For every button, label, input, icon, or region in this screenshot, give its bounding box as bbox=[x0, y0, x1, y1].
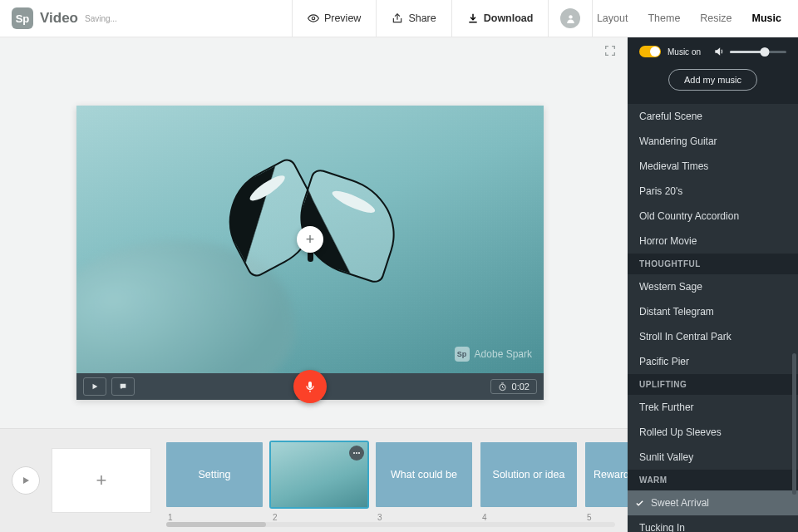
slide-number: 1 bbox=[168, 513, 173, 522]
duration-value: 0:02 bbox=[512, 382, 530, 392]
track-item-selected[interactable]: Sweet Arrival bbox=[628, 490, 798, 515]
slide-4[interactable]: Solution or idea 4 bbox=[480, 442, 577, 507]
tab-music[interactable]: Music bbox=[752, 12, 781, 24]
music-panel: Music on Add my music Careful Scene Wand… bbox=[628, 37, 798, 532]
slide-number: 5 bbox=[587, 513, 592, 522]
track-item[interactable]: Rolled Up Sleeves bbox=[628, 420, 798, 445]
watermark-logo: Sp bbox=[455, 347, 470, 362]
svg-point-0 bbox=[312, 17, 315, 20]
app-root: Sp Video Saving... Preview Share bbox=[0, 0, 798, 532]
timeline-play-button[interactable] bbox=[12, 466, 40, 495]
tab-theme[interactable]: Theme bbox=[648, 12, 680, 24]
svg-rect-2 bbox=[308, 382, 312, 388]
duration-button[interactable]: 0:02 bbox=[490, 379, 537, 394]
header-tabs: Layout Theme Resize Music bbox=[597, 12, 798, 24]
slide-1[interactable]: Setting 1 bbox=[166, 442, 263, 507]
download-label: Download bbox=[484, 12, 534, 24]
caption-button[interactable] bbox=[111, 377, 135, 396]
track-item[interactable]: Horror Movie bbox=[628, 229, 798, 254]
slide-number: 4 bbox=[482, 513, 487, 522]
track-item[interactable]: Distant Telegram bbox=[628, 299, 798, 324]
volume-icon bbox=[713, 46, 725, 57]
track-item[interactable]: Tucking In bbox=[628, 515, 798, 532]
video-canvas[interactable]: + Sp Adobe Spark bbox=[76, 106, 544, 373]
music-track-list: Careful Scene Wandering Guitar Medieval … bbox=[628, 104, 798, 532]
track-item[interactable]: Wandering Guitar bbox=[628, 129, 798, 154]
slide-3[interactable]: What could be 3 bbox=[376, 442, 472, 507]
music-toggle[interactable] bbox=[639, 46, 661, 57]
record-mic-button[interactable] bbox=[293, 370, 327, 403]
track-item[interactable]: Medieval Times bbox=[628, 154, 798, 179]
add-slide-button[interactable]: + bbox=[52, 448, 151, 513]
track-item[interactable]: Old Country Accordion bbox=[628, 204, 798, 229]
eye-icon bbox=[308, 12, 319, 24]
slide-label: Solution or idea bbox=[493, 469, 565, 480]
share-button[interactable]: Share bbox=[376, 0, 451, 37]
saving-status: Saving... bbox=[85, 14, 117, 23]
track-category-thoughtful: THOUGHTFUL bbox=[628, 254, 798, 274]
slide-number: 2 bbox=[273, 513, 278, 522]
tab-layout[interactable]: Layout bbox=[597, 12, 628, 24]
track-item[interactable]: Trek Further bbox=[628, 395, 798, 420]
butterfly-illustration bbox=[226, 164, 409, 288]
slide-2[interactable]: 2 bbox=[271, 442, 367, 507]
track-item[interactable]: Careful Scene bbox=[628, 104, 798, 129]
app-logo: Sp bbox=[12, 7, 33, 29]
avatar-icon bbox=[560, 8, 580, 28]
track-item[interactable]: Western Sage bbox=[628, 274, 798, 299]
volume-control bbox=[713, 46, 786, 57]
download-button[interactable]: Download bbox=[451, 0, 549, 37]
track-item[interactable]: Paris 20's bbox=[628, 179, 798, 204]
add-my-music-button[interactable]: Add my music bbox=[668, 69, 757, 91]
music-toggle-label: Music on bbox=[667, 47, 701, 57]
slide-label: Reward bbox=[594, 469, 629, 480]
slide-label: What could be bbox=[391, 469, 457, 480]
check-icon bbox=[634, 498, 644, 508]
tab-resize[interactable]: Resize bbox=[700, 12, 732, 24]
music-scrollbar[interactable] bbox=[792, 353, 796, 495]
volume-slider[interactable] bbox=[730, 51, 786, 53]
share-label: Share bbox=[408, 12, 436, 24]
music-toggle-row: Music on bbox=[639, 46, 786, 57]
watermark-text: Adobe Spark bbox=[475, 348, 532, 360]
logo-block: Sp Video Saving... bbox=[0, 7, 126, 29]
svg-point-1 bbox=[569, 15, 572, 18]
expand-icon[interactable] bbox=[603, 44, 617, 57]
watermark: Sp Adobe Spark bbox=[455, 347, 532, 362]
header-actions: Preview Share Download bbox=[292, 0, 594, 37]
slide-label: Setting bbox=[199, 469, 231, 480]
slide-more-icon[interactable] bbox=[349, 446, 364, 461]
slide-number: 3 bbox=[377, 513, 382, 522]
track-item[interactable]: Sunlit Valley bbox=[628, 445, 798, 470]
track-category-uplifting: UPLIFTING bbox=[628, 374, 798, 395]
header-bar: Sp Video Saving... Preview Share bbox=[0, 0, 798, 37]
timeline-scrollbar[interactable] bbox=[166, 522, 615, 527]
preview-label: Preview bbox=[324, 12, 361, 24]
track-item[interactable]: Stroll In Central Park bbox=[628, 324, 798, 349]
track-category-warm: WARM bbox=[628, 470, 798, 490]
share-icon bbox=[392, 12, 403, 24]
video-controls: 0:02 bbox=[76, 373, 544, 400]
download-icon bbox=[467, 12, 479, 24]
preview-button[interactable]: Preview bbox=[292, 0, 376, 37]
play-button[interactable] bbox=[83, 377, 106, 396]
user-menu-button[interactable] bbox=[548, 0, 593, 37]
timeline-scroll-thumb[interactable] bbox=[166, 522, 266, 527]
video-stage: + Sp Adobe Spark 0:02 bbox=[76, 106, 544, 400]
music-panel-header: Music on Add my music bbox=[628, 37, 798, 104]
app-title: Video bbox=[40, 10, 78, 27]
track-label: Sweet Arrival bbox=[651, 497, 709, 509]
add-content-button[interactable]: + bbox=[297, 226, 323, 253]
track-item[interactable]: Pacific Pier bbox=[628, 349, 798, 374]
slides-strip: Setting 1 2 What could be 3 Solution or … bbox=[166, 439, 635, 522]
